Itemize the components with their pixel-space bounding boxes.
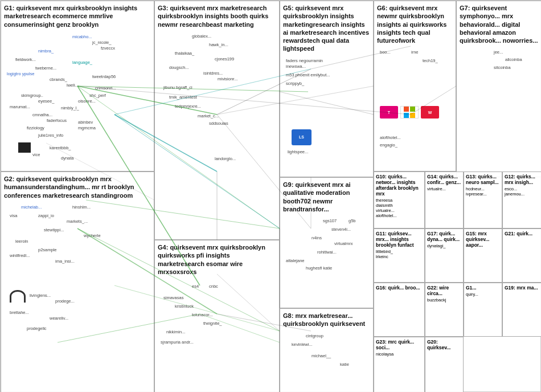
node-katie: katie xyxy=(340,362,349,367)
bottom-right-panel: G10: quirks... networ... insights afterd… xyxy=(374,172,541,392)
node-karentbbb: karentbbb_ xyxy=(50,145,71,150)
node-hawkin: hawk_in... xyxy=(209,42,228,47)
group-g17: G17: quirk... dyna... quirk... dynatagi_ xyxy=(425,228,464,283)
node-leeroln: leeroln xyxy=(15,239,28,244)
g7-title: G7: quirksevent symphonyo... mrx behavio… xyxy=(460,4,538,44)
node-isintdres: isintdres... xyxy=(203,71,223,76)
g6-title: G6: quirksevent mrx newmr quirksbrooklyn… xyxy=(377,4,453,44)
node-zappi: zappi_io xyxy=(38,213,54,218)
g10-nodes: thereesa dialsmith virtualre... alofthot… xyxy=(376,198,423,218)
group-g3: G3: quirksevent mrx marketresearch quirk… xyxy=(154,1,280,240)
g22-nodes: buzzbackj xyxy=(427,297,461,303)
node-theignite: theignite_ xyxy=(203,321,222,326)
node-weareliv: weareliv... xyxy=(50,316,68,321)
g4-title: G4: quirksevent mrx quirksbrooklyn quirk… xyxy=(158,243,276,276)
group-g20: G20: quirksev... xyxy=(425,337,464,392)
group-g8: G8: mrx marketresear... quirksbrooklyn q… xyxy=(280,308,374,392)
g9-title: G9: quirksevent mrx ai qualitative moder… xyxy=(283,181,370,213)
group-g4: G4: quirksevent mrx quirksbrooklyn quirk… xyxy=(154,240,280,392)
node-nimbly: nimbly_l_ xyxy=(61,105,79,111)
g11-nodes: littlebird_ lrkeinc xyxy=(376,249,423,259)
node-wycherle: wycherle xyxy=(84,233,101,238)
g17-title: G17: quirk... dyna... quirk... xyxy=(427,231,461,242)
node-fieldwork: fieldwork... xyxy=(15,57,36,62)
node-livinglens: livinglens... xyxy=(30,293,51,298)
group-g23: G23: mrc quirk... soci... nicolaysa xyxy=(374,337,425,392)
g22-title: G22: wire circa... xyxy=(427,285,461,296)
node-fizziology: fizziology xyxy=(27,125,44,130)
node-shcperf: shc_perf xyxy=(89,93,106,98)
node-julie1res: julie1res_info xyxy=(38,133,63,138)
node-virtualmrx: virtualmrx xyxy=(334,241,353,246)
headphone-icon xyxy=(10,290,26,303)
node-mivisionr: mivisionr... xyxy=(218,76,237,81)
node-abinbev: abinbev xyxy=(78,120,93,125)
node-stewtippi: stewtippi... xyxy=(44,227,64,232)
node-tedpmr: tedpmrjexre... xyxy=(175,104,201,109)
group-g10: G10: quirks... networ... insights afterd… xyxy=(374,172,425,228)
node-dougsch: dougsch... xyxy=(169,65,189,70)
g23-title: G23: mrc quirk... soci... xyxy=(376,339,423,350)
group-g7: G7: quirksevent symphonyo... mrx behavio… xyxy=(456,1,541,177)
node-language: language_ xyxy=(72,60,92,65)
node-prodege: prodege... xyxy=(55,299,75,304)
g8-title: G8: mrx marketresear... quirksbrooklyn q… xyxy=(283,312,370,328)
node-mgmcma: mgmcma xyxy=(78,125,96,130)
node-nimbra: nimbra_ xyxy=(38,48,54,54)
group-g14: G14: quirks... confir... genz... virtual… xyxy=(425,172,464,228)
node-m53: m53 phoenit emilybut... xyxy=(286,72,330,77)
node-cbrands: cbrands_ xyxy=(50,77,67,82)
g21-title: G21: quirk... xyxy=(505,231,539,236)
node-alofthotel: alofthotel... xyxy=(380,135,401,140)
node-brettahe: brettahe... xyxy=(10,310,29,315)
g19-title: G19: mrx ma... xyxy=(505,285,539,291)
node-inewswa: inewswa... xyxy=(286,64,306,69)
node-michelab: michelab... xyxy=(21,205,42,210)
g1-title: G1: quirksevent mrx quirksbrooklyn insig… xyxy=(4,4,151,28)
group-g2: G2: quirksevent quirksbrooklyn mrx human… xyxy=(1,172,154,392)
node-logigtro: logigtro ypulse xyxy=(7,71,34,76)
main-container: G1: quirksevent mrx quirksbrooklyn insig… xyxy=(0,0,541,392)
group-g13: G13: quirks... neuro sampl... hcdneur...… xyxy=(464,172,502,228)
node-visa: visa xyxy=(10,213,17,218)
g12-title: G12: quirks... mrx insigh... xyxy=(505,174,539,185)
node-cintgroup: cintgroup xyxy=(306,333,323,338)
node-tmikamentest: tmik_amentest xyxy=(169,95,197,100)
node-sgs107: sgs107 xyxy=(323,218,337,223)
node-globalex: globalex... xyxy=(192,34,211,39)
node-olsonre: olsonre... xyxy=(78,99,96,104)
node-rohitlwai: rohitlwai... xyxy=(317,250,337,255)
svg-rect-26 xyxy=(404,107,409,112)
node-prodegellc: prodegellc xyxy=(27,326,47,331)
node-dynata: dynata xyxy=(61,156,74,161)
node-sddsouias: sddsouias xyxy=(209,121,228,126)
node-p2sample: p2sample xyxy=(38,247,57,252)
g12-nodes: esco... janemou... xyxy=(505,186,539,197)
node-hughesfl: hughesfl katie xyxy=(306,266,332,271)
g1b-title: G1... xyxy=(466,285,500,291)
g5-title: G5: quirksevent mrx quirksbrooklyn insig… xyxy=(283,4,370,53)
g14-title: G14: quirks... confir... genz... xyxy=(427,174,461,185)
group-g19: G19: mrx ma... xyxy=(502,283,541,337)
g15-title: G15: mrx quirksev... aapor... xyxy=(466,231,500,248)
lightspeed-logo: LS xyxy=(292,129,312,145)
node-crimsonri: crimsonri... xyxy=(95,85,116,91)
group-g11: G11: quirksev... mrx... insights brookly… xyxy=(374,228,425,283)
node-sjrampuria: sjrampuria andr... xyxy=(161,340,194,345)
tmobile-logo: T xyxy=(380,106,398,119)
node-kristinluck: kristinluck xyxy=(175,304,194,309)
node-tolunacor: tolunacor... xyxy=(192,312,213,317)
group-g1b: G1... quiry... xyxy=(464,283,502,337)
g1b-nodes: quiry... xyxy=(466,292,500,297)
node-markets: markets_... xyxy=(67,219,88,224)
g23-nodes: nicolaysa xyxy=(376,352,423,357)
node-marketc: market_c... xyxy=(198,113,219,119)
g14-nodes: virtualre... xyxy=(427,186,461,191)
node-nikkimin: nikkimin... xyxy=(166,329,185,334)
microsoft-logo xyxy=(400,106,419,119)
svg-rect-29 xyxy=(410,113,415,118)
group-g12: G12: quirks... mrx insigh... esco... jan… xyxy=(502,172,541,228)
node-steven4i: steven4i... xyxy=(331,227,351,232)
node-eyesee: eyesee_ xyxy=(38,99,54,104)
svg-rect-28 xyxy=(404,113,409,118)
